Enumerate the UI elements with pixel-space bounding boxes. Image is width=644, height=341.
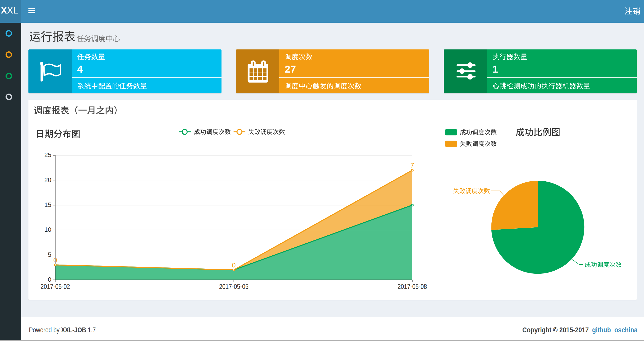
svg-text:5: 5	[48, 251, 51, 258]
svg-text:25: 25	[44, 151, 51, 158]
svg-text:7: 7	[410, 162, 414, 169]
svg-text:2017-05-05: 2017-05-05	[219, 283, 248, 290]
svg-text:2017-05-08: 2017-05-08	[398, 283, 427, 290]
svg-text:2017-05-02: 2017-05-02	[40, 283, 70, 290]
svg-text:0: 0	[232, 261, 236, 269]
svg-text:0: 0	[54, 256, 57, 264]
svg-text:0: 0	[48, 276, 51, 283]
svg-text:20: 20	[44, 176, 51, 184]
svg-text:15: 15	[44, 201, 51, 208]
svg-text:10: 10	[44, 226, 51, 233]
